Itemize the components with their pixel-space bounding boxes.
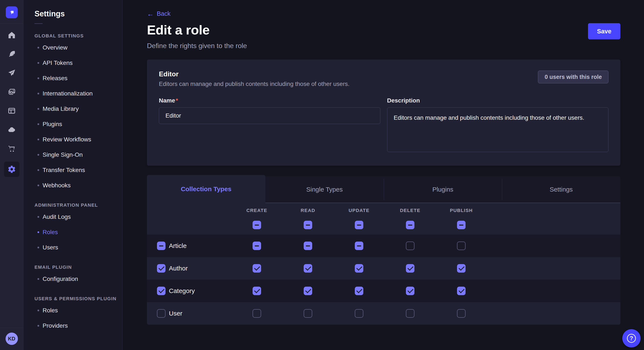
rail-icons: [4, 29, 20, 177]
divider: [0, 23, 23, 24]
article-publish-checkbox[interactable]: [457, 242, 466, 250]
category-update-checkbox[interactable]: [355, 287, 363, 295]
bullet-icon: [38, 77, 39, 79]
sidebar-item-configuration[interactable]: Configuration: [34, 271, 122, 287]
bullet-icon: [38, 108, 39, 110]
sidebar-item-releases[interactable]: Releases: [34, 71, 122, 86]
sidebar-item-media-library[interactable]: Media Library: [34, 101, 122, 117]
permission-row-user: User: [147, 302, 620, 325]
user-read-checkbox[interactable]: [304, 309, 312, 318]
title-row: Edit a role Save: [147, 22, 620, 39]
tab-single-types[interactable]: Single Types: [265, 176, 384, 203]
select-all-update-checkbox[interactable]: [355, 221, 363, 229]
column-header-update: UPDATE: [334, 208, 384, 213]
required-asterisk: *: [176, 97, 178, 104]
sidebar-item-transfer-tokens[interactable]: Transfer Tokens: [34, 163, 122, 178]
sidebar-item-providers[interactable]: Providers: [34, 318, 122, 334]
user-create-checkbox[interactable]: [252, 309, 261, 318]
category-read-checkbox[interactable]: [304, 287, 312, 295]
sidebar-item-audit-logs[interactable]: Audit Logs: [34, 209, 122, 224]
name-input[interactable]: [159, 107, 380, 124]
article-update-checkbox[interactable]: [355, 242, 363, 250]
name-field-group: Name*: [159, 97, 380, 153]
feather-icon[interactable]: [6, 48, 18, 60]
section-users-permissions-plugin: USERS & PERMISSIONS PLUGIN Roles Provide…: [34, 296, 122, 334]
select-all-read-checkbox[interactable]: [304, 221, 312, 229]
author-create-checkbox[interactable]: [252, 264, 261, 273]
bullet-icon: [38, 139, 39, 140]
bullet-icon: [38, 231, 39, 233]
content-type-label: User: [169, 310, 182, 317]
help-button[interactable]: ?: [622, 329, 640, 348]
back-arrow-icon: ←: [147, 10, 154, 17]
row-select-checkbox[interactable]: [157, 287, 166, 295]
author-publish-checkbox[interactable]: [457, 264, 466, 273]
description-textarea[interactable]: Editors can manage and publish contents …: [387, 107, 609, 152]
user-publish-checkbox[interactable]: [457, 309, 466, 318]
bullet-icon: [38, 278, 39, 280]
permission-row-category: Category: [147, 280, 620, 302]
column-header-read: READ: [282, 208, 334, 213]
row-select-checkbox[interactable]: [157, 264, 166, 273]
question-mark-icon: ?: [627, 334, 636, 343]
role-details-card: Editor Editors can manage and publish co…: [147, 59, 620, 166]
sidebar-item-api-tokens[interactable]: API Tokens: [34, 55, 122, 71]
tab-settings[interactable]: Settings: [502, 176, 620, 203]
select-all-delete-checkbox[interactable]: [406, 221, 414, 229]
back-link[interactable]: ← Back: [147, 10, 170, 17]
author-delete-checkbox[interactable]: [406, 264, 414, 273]
sidebar-item-review-workflows[interactable]: Review Workflows: [34, 132, 122, 147]
users-with-role-button[interactable]: 0 users with this role: [538, 71, 608, 83]
content-type-label: Article: [169, 242, 186, 249]
article-read-checkbox[interactable]: [304, 242, 312, 250]
strapi-logo-icon[interactable]: [6, 6, 18, 18]
category-publish-checkbox[interactable]: [457, 287, 466, 295]
sidebar-item-internationalization[interactable]: Internationalization: [34, 86, 122, 101]
back-label: Back: [157, 10, 170, 17]
cart-icon[interactable]: [6, 143, 18, 155]
tab-plugins[interactable]: Plugins: [384, 176, 502, 203]
select-all-create-checkbox[interactable]: [252, 221, 261, 229]
settings-subnav: Settings GLOBAL SETTINGS Overview API To…: [24, 0, 122, 350]
sidebar-item-single-sign-on[interactable]: Single Sign-On: [34, 147, 122, 163]
sidebar-item-up-roles[interactable]: Roles: [34, 303, 122, 318]
description-label: Description: [387, 97, 609, 104]
gear-icon[interactable]: [4, 162, 20, 177]
sidebar-item-webhooks[interactable]: Webhooks: [34, 178, 122, 193]
cloud-icon[interactable]: [6, 124, 18, 136]
row-select-checkbox[interactable]: [157, 242, 166, 250]
bullet-icon: [38, 62, 39, 64]
permissions-column-headers: CREATE READ UPDATE DELETE PUBLISH: [147, 203, 620, 215]
bullet-icon: [38, 123, 39, 125]
author-read-checkbox[interactable]: [304, 264, 312, 273]
content-type-label: Category: [169, 287, 195, 295]
section-label: ADMINISTRATION PANEL: [34, 202, 122, 208]
author-update-checkbox[interactable]: [355, 264, 363, 273]
paper-plane-icon[interactable]: [6, 67, 18, 79]
home-icon[interactable]: [6, 29, 18, 41]
user-delete-checkbox[interactable]: [406, 309, 414, 318]
row-select-checkbox[interactable]: [157, 309, 166, 318]
save-button[interactable]: Save: [588, 23, 620, 39]
article-create-checkbox[interactable]: [252, 242, 261, 250]
bullet-icon: [38, 216, 39, 218]
select-all-publish-checkbox[interactable]: [457, 221, 466, 229]
title-underline: [34, 23, 42, 24]
layout-icon[interactable]: [6, 105, 18, 117]
permissions-table: CREATE READ UPDATE DELETE PUBLISH Ar: [147, 203, 620, 325]
permissions-tabs: Collection Types Single Types Plugins Se…: [147, 175, 620, 203]
section-email-plugin: EMAIL PLUGIN Configuration: [34, 265, 122, 287]
sidebar-item-roles[interactable]: Roles: [34, 224, 122, 240]
sidebar-item-overview[interactable]: Overview: [34, 40, 122, 55]
tab-collection-types[interactable]: Collection Types: [147, 175, 265, 203]
images-icon[interactable]: [6, 86, 18, 98]
user-avatar[interactable]: KD: [6, 333, 18, 345]
article-delete-checkbox[interactable]: [406, 242, 414, 250]
user-update-checkbox[interactable]: [355, 309, 363, 318]
category-create-checkbox[interactable]: [252, 287, 261, 295]
sidebar-item-plugins[interactable]: Plugins: [34, 117, 122, 132]
category-delete-checkbox[interactable]: [406, 287, 414, 295]
page-title: Edit a role: [147, 22, 588, 37]
permission-row-article: Article: [147, 234, 620, 257]
sidebar-item-users[interactable]: Users: [34, 240, 122, 255]
